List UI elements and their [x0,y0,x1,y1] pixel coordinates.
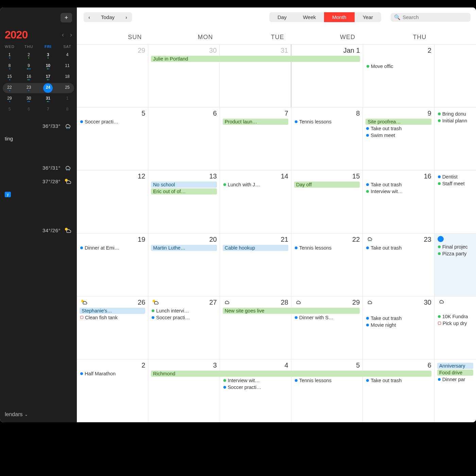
mini-day[interactable]: 7 [43,105,53,115]
day-cell[interactable]: 2Move offic [363,45,435,107]
event-item[interactable]: Pizza party [437,251,473,257]
mini-day[interactable]: 29 [5,94,14,104]
event-bar[interactable]: . [362,371,431,377]
event-bar[interactable]: . [220,371,291,377]
event-bar[interactable]: . [291,308,360,314]
mini-day[interactable]: 10 [43,62,53,71]
event-item[interactable]: Half Marathon [80,371,145,377]
mini-day[interactable]: 1 [5,51,14,60]
mini-day[interactable]: 2 [24,51,34,60]
event-item[interactable]: Take out trash [366,182,431,188]
event-bar[interactable]: Eric out of of… [151,188,217,194]
day-cell[interactable]: 7Product laun… [220,107,291,170]
view-segment[interactable]: DayWeekMonthYear [269,12,381,22]
mini-day[interactable]: 6 [24,105,34,115]
prev-button[interactable]: ‹ [84,12,95,22]
event-item[interactable]: Tennis lessons [294,245,360,251]
event-item[interactable]: Lunch with J… [223,182,288,188]
event-item[interactable]: Dentist [437,174,473,180]
mini-day[interactable]: 8 [63,105,72,115]
day-cell[interactable]: 19Dinner at Emi… [77,234,148,296]
mini-day[interactable]: 4 [63,51,72,60]
day-cell[interactable]: 20Martin Luthe… [148,234,220,296]
event-item[interactable]: Movie night [366,322,431,328]
day-cell[interactable]: 31. [220,45,291,107]
event-bar[interactable]: Site proofrea… [366,119,431,125]
event-bar[interactable]: Stephanie's… [80,308,145,314]
day-cell[interactable]: 10K FundraPick up dry [435,296,476,359]
search-field[interactable]: 🔍 [391,13,471,22]
day-cell[interactable]: 15Day off [291,170,363,233]
mini-day[interactable]: 23 [24,83,34,93]
event-item[interactable]: Lunch intervi… [151,308,217,314]
day-cell[interactable]: 5.Tennis lessons [291,359,363,422]
mini-day[interactable]: 11 [63,62,72,71]
event-bar[interactable]: . [291,371,363,377]
mini-day[interactable]: 9 [24,62,34,71]
event-item[interactable]: Soccer practi… [80,119,145,125]
day-cell[interactable]: 12 [77,170,148,233]
view-month[interactable]: Month [324,12,355,22]
day-cell[interactable]: 16Take out trashInterview wit… [363,170,434,233]
event-item[interactable]: Clean fish tank [80,314,145,321]
day-cell[interactable]: Jan 1. [291,45,363,107]
mini-day[interactable]: 18 [63,72,72,82]
view-week[interactable]: Week [295,12,324,22]
event-bar[interactable]: Product laun… [223,119,288,125]
calendars-button[interactable]: lendars⌄ [5,411,72,418]
day-cell[interactable]: 21Cable hookup [220,234,291,296]
event-item[interactable]: Pick up dry [437,320,473,326]
event-item[interactable]: Tennis lessons [294,119,360,125]
event-bar[interactable]: Richmond [151,371,220,377]
mini-day[interactable]: 3 [43,51,53,60]
event-bar[interactable]: Food drive [437,370,473,376]
event-item[interactable]: Soccer practi… [223,384,288,390]
mini-day[interactable]: 16 [24,72,34,82]
day-cell[interactable]: 27Lunch intervi…Soccer practi… [148,296,220,359]
day-cell[interactable] [435,45,476,107]
next-button[interactable]: › [121,12,132,22]
view-year[interactable]: Year [355,12,381,22]
event-bar[interactable]: . [219,56,291,62]
event-item[interactable]: Initial plann [437,118,473,124]
event-bar[interactable]: New site goes live [223,308,291,314]
day-cell[interactable]: 4.Interview wit…Soccer practi… [220,359,291,422]
day-cell[interactable]: 30Julie in Portland [148,45,220,107]
event-item[interactable]: Take out trash [366,125,431,132]
event-item[interactable]: Dinner with S… [294,314,360,321]
mini-day[interactable]: 15 [5,72,14,82]
event-bar[interactable]: No school [151,182,217,188]
day-cell[interactable]: 29.Dinner with S… [291,296,363,359]
day-cell[interactable]: 13No schoolEric out of of… [148,170,220,233]
event-item[interactable]: 10K Fundra [437,313,473,320]
mini-day[interactable]: 8 [5,62,14,71]
event-bar[interactable]: Cable hookup [223,245,288,251]
day-cell[interactable]: 5Soccer practi… [77,107,148,170]
event-item[interactable]: Staff meet [437,181,473,187]
day-cell[interactable]: AnniversaryFood driveDinner par [435,359,476,422]
search-input[interactable] [403,14,467,20]
event-item[interactable]: Tennis lessons [294,377,360,384]
day-cell[interactable]: 8Tennis lessons [291,107,363,170]
mini-day[interactable]: 30 [24,94,34,104]
day-cell[interactable]: 26Stephanie's…Clean fish tank [77,296,148,359]
day-cell[interactable]: 14Lunch with J… [220,170,291,233]
event-bar[interactable]: Martin Luthe… [151,245,217,251]
mini-calendar[interactable]: 1234891011151617182223242529303115678 [5,51,72,115]
mini-day[interactable]: 17 [43,72,53,82]
mini-day[interactable]: 22 [5,83,14,93]
event-item[interactable]: Final projec [437,244,473,250]
event-item[interactable]: Take out trash [366,245,431,251]
mini-day[interactable]: 1 [63,94,72,104]
event-item[interactable]: Bring donu [437,111,473,117]
event-bar[interactable]: Anniversary [437,363,473,369]
event-bar[interactable]: Day off [294,182,360,188]
event-item[interactable]: Take out trash [366,315,431,321]
event-item[interactable]: Interview wit… [223,377,288,384]
event-item[interactable]: Interview wit… [366,188,431,194]
event-item[interactable]: Move offic [366,63,431,69]
day-cell[interactable]: 2Half Marathon [77,359,148,422]
day-cell[interactable]: DentistStaff meet [435,170,476,233]
event-bar[interactable]: Julie in Portland [151,56,220,62]
mini-prev-icon[interactable]: ‹ [62,31,64,38]
